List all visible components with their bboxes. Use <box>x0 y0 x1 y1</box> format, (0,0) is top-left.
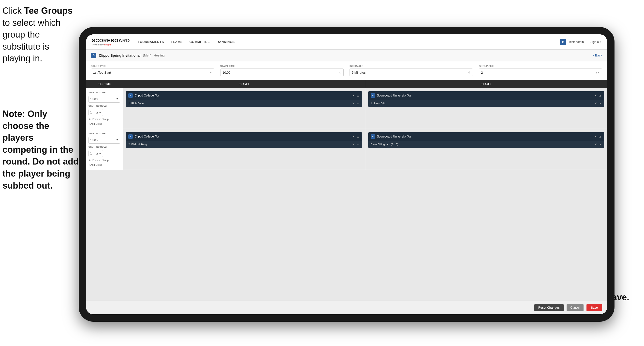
team2-chevron-2[interactable]: ▲ <box>599 135 602 138</box>
team1-chevron-1[interactable]: ▲ <box>357 94 360 97</box>
group-size-input[interactable]: 2 ▲▼ <box>479 68 602 76</box>
trash-icon-1: 🗑 <box>88 118 91 121</box>
sign-out-link[interactable]: Sign out <box>590 40 601 44</box>
save-button[interactable]: Save <box>586 304 602 311</box>
player-x-icon-1-2[interactable]: ✕ <box>352 143 355 146</box>
nav-teams[interactable]: TEAMS <box>171 40 183 44</box>
user-avatar: B <box>560 39 566 45</box>
player-x-icon-2-2[interactable]: ✕ <box>594 143 597 146</box>
tee-groups-bold: Tee Groups <box>24 6 72 16</box>
player-chevron-2-1[interactable]: ▲ <box>599 102 602 105</box>
starting-time-input-2[interactable]: 10:05 ⏱ <box>88 137 120 144</box>
player-x-icon-2-1[interactable]: ✕ <box>594 102 597 105</box>
team2-actions-2: ✕ ▲ <box>594 135 602 138</box>
starting-hole-label-2: STARTING HOLE: <box>88 146 120 148</box>
start-type-label: Start Type <box>91 65 214 67</box>
add-group-1[interactable]: + Add Group <box>88 123 120 125</box>
team2-chevron-1[interactable]: ▲ <box>599 94 602 97</box>
player-row-1-2: 2. Blair McHarg ✕ ▲ <box>126 141 362 148</box>
start-time-label: Start Time <box>220 65 344 67</box>
hole-chevron-1: ▲▼ <box>96 111 102 114</box>
team2-name-2: Scoreboard University (A) <box>377 135 593 138</box>
team1-column-1: B Clippd College (A) ✕ ▲ 1. Rich Butler … <box>123 88 365 129</box>
team1-actions-2: ✕ ▲ <box>352 135 360 138</box>
starting-hole-input-1[interactable]: 1 ▲▼ <box>88 109 103 116</box>
th-team1: Team 1 <box>123 80 365 88</box>
team2-x-icon-2[interactable]: ✕ <box>594 135 597 138</box>
cancel-button[interactable]: Cancel <box>566 304 584 311</box>
starting-time-label-2: STARTING TIME: <box>88 132 120 135</box>
player-name-1-2: 2. Blair McHarg <box>128 143 350 146</box>
team1-badge-1: B <box>128 93 133 98</box>
navbar: SCOREBOARD Powered by clippd TOURNAMENTS… <box>86 34 607 50</box>
team2-header-1: B Scoreboard University (A) ✕ ▲ <box>368 91 604 100</box>
player-chevron-1-2[interactable]: ▲ <box>357 143 360 146</box>
starting-hole-label-1: STARTING HOLE: <box>88 105 120 107</box>
player-actions-2-1: ✕ ▲ <box>594 102 602 105</box>
time-icon-2: ⏱ <box>116 138 118 142</box>
tournament-gender: (Men) <box>143 53 152 57</box>
logo-scoreboard: SCOREBOARD <box>92 38 130 43</box>
settings-row: Start Type 1st Tee Start ▼ Start Time 10… <box>86 61 607 80</box>
team2-card-1: B Scoreboard University (A) ✕ ▲ 1. Rees … <box>368 91 604 107</box>
nav-committee[interactable]: COMMITTEE <box>190 40 210 44</box>
note-bold: Note: Only choose the players competing … <box>2 109 79 191</box>
reset-changes-button[interactable]: Reset Changes <box>534 304 564 311</box>
group-size-chevron: ▲▼ <box>595 71 600 74</box>
table-header: Tee Time Team 1 Team 2 <box>86 80 607 88</box>
team1-header-2: B Clippd College (A) ✕ ▲ <box>126 132 362 141</box>
intervals-chevron: ⏱ <box>468 71 471 74</box>
content-area: STARTING TIME: 10:00 ⏱ STARTING HOLE: 1 … <box>86 88 607 301</box>
th-tee-time: Tee Time <box>86 80 123 88</box>
player-chevron-1-1[interactable]: ▲ <box>357 102 360 105</box>
th-team2: Team 2 <box>365 80 607 88</box>
team1-column-2: B Clippd College (A) ✕ ▲ 2. Blair McHarg… <box>123 129 365 170</box>
hole-chevron-2: ▲▼ <box>96 152 102 155</box>
player-x-icon-1-1[interactable]: ✕ <box>352 102 355 105</box>
remove-group-1[interactable]: 🗑 Remove Group <box>88 118 120 121</box>
team1-card-1: B Clippd College (A) ✕ ▲ 1. Rich Butler … <box>126 91 362 107</box>
add-group-2[interactable]: + Add Group <box>88 164 120 166</box>
remove-group-2[interactable]: 🗑 Remove Group <box>88 159 120 162</box>
tournament-title: Clippd Spring Invitational <box>99 53 140 57</box>
trash-icon-2: 🗑 <box>88 159 91 162</box>
starting-time-label-1: STARTING TIME: <box>88 91 120 94</box>
player-actions-2-2: ✕ ▲ <box>594 143 602 146</box>
player-row-1-1: 1. Rich Butler ✕ ▲ <box>126 100 362 107</box>
hosting-label: Hosting <box>154 53 165 57</box>
player-name-2-1: 1. Rees Britt <box>371 102 593 105</box>
starting-hole-input-2[interactable]: 1 ▲▼ <box>88 150 103 157</box>
intervals-field: Intervals 5 Minutes ⏱ <box>350 65 473 76</box>
team1-header-1: B Clippd College (A) ✕ ▲ <box>126 91 362 100</box>
group-size-label: Group Size <box>479 65 602 67</box>
start-type-input[interactable]: 1st Tee Start ▼ <box>91 68 214 76</box>
tournament-badge: B <box>91 53 96 58</box>
intervals-input[interactable]: 5 Minutes ⏱ <box>350 68 473 76</box>
footer: Reset Changes Cancel Save <box>86 301 607 314</box>
team2-x-icon-1[interactable]: ✕ <box>594 94 597 97</box>
nav-right: B blair admin | Sign out <box>560 39 601 45</box>
intervals-label: Intervals <box>350 65 473 67</box>
nav-rankings[interactable]: RANKINGS <box>216 40 234 44</box>
player-row-2-2: Dave Billingham (SUB) ✕ ▲ <box>368 141 604 148</box>
note-text: Note: Only choose the players competing … <box>2 108 79 192</box>
starting-time-input-1[interactable]: 10:00 ⏱ <box>88 96 120 103</box>
time-icon-1: ⏱ <box>116 97 118 101</box>
team1-x-icon-2[interactable]: ✕ <box>352 135 355 138</box>
back-button[interactable]: ‹ Back <box>593 53 602 57</box>
logo-area: SCOREBOARD Powered by clippd <box>92 38 130 46</box>
team1-x-icon-1[interactable]: ✕ <box>352 94 355 97</box>
tablet-screen: SCOREBOARD Powered by clippd TOURNAMENTS… <box>86 34 607 314</box>
team2-header-2: B Scoreboard University (A) ✕ ▲ <box>368 132 604 141</box>
team1-actions-1: ✕ ▲ <box>352 94 360 97</box>
player-row-2-1: 1. Rees Britt ✕ ▲ <box>368 100 604 107</box>
team2-name-1: Scoreboard University (A) <box>377 94 593 97</box>
nav-tournaments[interactable]: TOURNAMENTS <box>138 40 164 44</box>
sub-header-left: B Clippd Spring Invitational (Men) Hosti… <box>91 53 165 58</box>
start-time-input[interactable]: 10:00 ⏱ <box>220 68 344 76</box>
team1-chevron-2[interactable]: ▲ <box>357 135 360 138</box>
team1-badge-2: B <box>128 134 133 139</box>
team2-actions-1: ✕ ▲ <box>594 94 602 97</box>
player-chevron-2-2[interactable]: ▲ <box>599 143 602 146</box>
start-type-chevron: ▼ <box>210 71 212 74</box>
